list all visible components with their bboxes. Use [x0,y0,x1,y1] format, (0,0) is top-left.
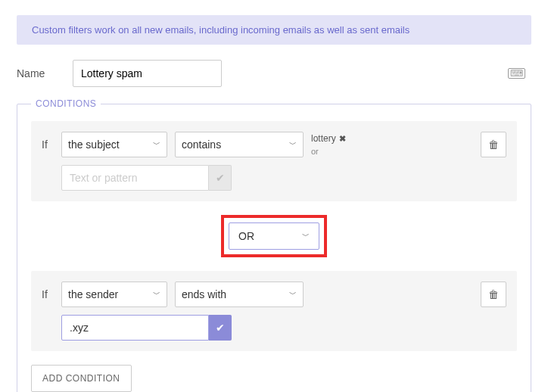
confirm-pattern-button[interactable]: ✔ [209,315,232,341]
operator-select-value: contains [182,138,221,151]
trash-icon: 🗑 [488,138,499,151]
pattern-input[interactable] [61,165,209,191]
if-label: If [42,288,54,300]
field-select-value: the sender [68,288,118,300]
chevron-down-icon: ﹀ [153,139,160,150]
info-banner: Custom filters work on all new emails, i… [17,15,531,45]
tag-combinator: or [311,147,319,156]
chevron-down-icon: ﹀ [302,231,310,241]
condition-block: If the subject ﹀ contains ﹀ lottery ✖ [31,121,517,201]
delete-condition-button[interactable]: 🗑 [481,132,506,157]
confirm-pattern-button[interactable]: ✔ [209,165,232,191]
conditions-fieldset: CONDITIONS If the subject ﹀ contains ﹀ [17,104,531,392]
operator-select[interactable]: ends with ﹀ [175,282,304,307]
chevron-down-icon: ﹀ [153,289,160,300]
tag-text: lottery [311,133,336,144]
name-label: Name [17,67,62,79]
chevron-down-icon: ﹀ [289,289,297,300]
operator-select-value: ends with [182,288,226,300]
field-select-value: the subject [68,138,120,151]
check-icon: ✔ [216,172,225,184]
chevron-down-icon: ﹀ [289,139,297,150]
delete-condition-button[interactable]: 🗑 [481,282,506,307]
conditions-legend: CONDITIONS [31,98,101,109]
value-tag[interactable]: lottery ✖ [311,133,346,144]
if-label: If [42,138,54,151]
keyboard-icon: ⌨ [508,68,525,79]
combinator-highlight: OR ﹀ [221,215,327,257]
filter-name-input[interactable] [73,60,222,87]
field-select[interactable]: the sender ﹀ [61,282,167,307]
combinator-select[interactable]: OR ﹀ [229,222,319,250]
check-icon: ✔ [216,322,225,334]
add-condition-button[interactable]: ADD CONDITION [31,365,132,392]
close-icon[interactable]: ✖ [339,134,346,144]
condition-block: If the sender ﹀ ends with ﹀ 🗑 [31,271,517,351]
trash-icon: 🗑 [488,288,499,300]
combinator-value: OR [238,230,254,242]
operator-select[interactable]: contains ﹀ [175,132,304,157]
field-select[interactable]: the subject ﹀ [61,132,167,157]
pattern-input[interactable] [61,315,209,341]
